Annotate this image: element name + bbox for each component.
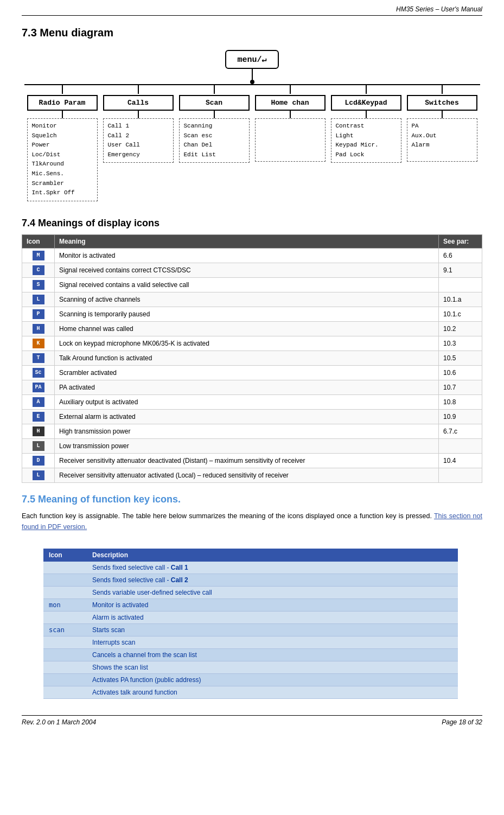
- table-header-row: Icon Meaning See par:: [22, 234, 482, 248]
- section-73-title: 7.3 Menu diagram: [22, 27, 482, 39]
- icon-keypad-lock: K: [22, 336, 55, 351]
- header-title: HM35 Series – User's Manual: [396, 5, 482, 13]
- icon-h: H: [33, 324, 44, 334]
- meaning-local: Receiver sensitivity attenuator activate…: [55, 468, 439, 482]
- table-row: E External alarm is activated 10.9: [22, 409, 482, 424]
- fkey-icon-cell: [43, 661, 87, 673]
- sub-line: [442, 111, 443, 118]
- menu-col-switches: Switches PAAux.OutAlarm: [404, 95, 480, 201]
- icon-scanning: L: [22, 292, 55, 307]
- icon-s: S: [33, 280, 44, 290]
- see-ctcss: 9.1: [439, 263, 482, 277]
- fkey-icon-cell: [43, 648, 87, 661]
- fkey-desc-scan-cancel: Cancels a channel from the scan list: [87, 648, 458, 661]
- fkey-row: Alarm is activated: [43, 611, 458, 623]
- icon-aux: A: [33, 397, 44, 407]
- table-row: L Scanning of active channels 10.1.a: [22, 292, 482, 307]
- table-row: PA PA activated 10.7: [22, 380, 482, 394]
- menu-col-label-switches: Switches: [407, 95, 477, 111]
- see-alarm: 10.9: [439, 409, 482, 424]
- see-monitor: 6.6: [439, 248, 482, 263]
- icon-talkaround: T: [22, 351, 55, 365]
- meaning-scanning: Scanning of active channels: [55, 292, 439, 307]
- table-row: D Receiver sensitivity attenuator deacti…: [22, 453, 482, 468]
- fkey-icon-cell: [43, 686, 87, 698]
- fkey-icon-cell: [43, 574, 87, 586]
- meaning-talkaround: Talk Around function is activated: [55, 351, 439, 365]
- see-talkaround: 10.5: [439, 351, 482, 365]
- meaning-alarm: External alarm is activated: [55, 409, 439, 424]
- meaning-keypad-lock: Lock on keypad microphone MK06/35-K is a…: [55, 336, 439, 351]
- table-row: Sc Scrambler activated 10.6: [22, 365, 482, 380]
- page-header: HM35 Series – User's Manual: [22, 5, 482, 16]
- icon-low-pwr: L: [33, 441, 44, 451]
- fkey-row: Shows the scan list: [43, 661, 458, 673]
- menu-col-calls: Calls Call 1Call 2User CallEmergency: [100, 95, 176, 201]
- menu-button[interactable]: menu/↵: [225, 50, 278, 69]
- meaning-pa: PA activated: [55, 380, 439, 394]
- fkey-table: Icon Description Sends fixed selective c…: [43, 549, 458, 699]
- fkey-desc-alarm: Alarm is activated: [87, 611, 458, 623]
- connector-dot: [250, 80, 254, 84]
- fkey-row: Cancels a channel from the scan list: [43, 648, 458, 661]
- see-high-power: 6.7.c: [439, 424, 482, 438]
- icon-sc: Sc: [33, 368, 44, 378]
- fkey-icon-cell: [43, 586, 87, 598]
- menu-columns: Radio Param MonitorSquelchPowerLoc/DistT…: [24, 95, 480, 201]
- icon-distant: D: [22, 453, 55, 468]
- menu-sub-calls: Call 1Call 2User CallEmergency: [103, 118, 174, 163]
- sub-line: [138, 111, 139, 118]
- col-header-meaning: Meaning: [55, 234, 439, 248]
- menu-col-homechan: Home chan: [252, 95, 328, 201]
- fkey-desc-usercall: Sends variable user-defined selective ca…: [87, 586, 458, 598]
- section-74-title: 7.4 Meanings of display icons: [22, 218, 482, 229]
- meaning-scan-pause: Scanning is temporarily paused: [55, 307, 439, 321]
- fkey-desc-call1: Sends fixed selective call - Call 1: [87, 562, 458, 574]
- icon-high-pwr: H: [33, 426, 44, 436]
- icon-k: K: [33, 339, 44, 348]
- meaning-monitor: Monitor is activated: [55, 248, 439, 263]
- meaning-selective: Signal received contains a valid selecti…: [55, 277, 439, 292]
- menu-sub-radio-param: MonitorSquelchPowerLoc/DistTlkAroundMic.…: [27, 118, 98, 201]
- table-row: L Low transmission power: [22, 438, 482, 453]
- see-home-chan: 10.2: [439, 321, 482, 336]
- icon-l: L: [33, 295, 44, 304]
- icon-p: P: [33, 309, 44, 319]
- table-row: L Receiver sensitivity attenuator activa…: [22, 468, 482, 482]
- icon-home-chan: H: [22, 321, 55, 336]
- icon-pa: PA: [22, 380, 55, 394]
- see-scan-pause: 10.1.c: [439, 307, 482, 321]
- footer-right: Page 18 of 32: [442, 718, 482, 726]
- icon-ctcss: C: [22, 263, 55, 277]
- fkey-desc-scan-show: Shows the scan list: [87, 661, 458, 673]
- meaning-ctcss: Signal received contains correct CTCSS/D…: [55, 263, 439, 277]
- see-scrambler: 10.6: [439, 365, 482, 380]
- fkey-icon-mon: mon: [43, 598, 87, 611]
- icon-alarm: E: [33, 412, 44, 422]
- fkey-icon-cell: [43, 611, 87, 623]
- menu-col-lcd: Lcd&Keypad ContrastLightKeypad Micr.Pad …: [328, 95, 404, 201]
- menu-col-label-radio-param: Radio Param: [27, 95, 98, 111]
- fkey-desc-monitor: Monitor is activated: [87, 598, 458, 611]
- section-75-paragraph: Each function key is assignable. The tab…: [22, 511, 482, 532]
- fkey-desc-pa: Activates PA function (public address): [87, 673, 458, 686]
- fkey-row: Sends variable user-defined selective ca…: [43, 586, 458, 598]
- sub-line: [290, 111, 291, 118]
- icon-scan-pause: P: [22, 307, 55, 321]
- icon-c: C: [33, 265, 44, 275]
- see-aux: 10.8: [439, 394, 482, 409]
- para-text-main: Each function key is assignable. The tab…: [22, 512, 434, 520]
- icon-low-power: L: [22, 438, 55, 453]
- meaning-high-power: High transmission power: [55, 424, 439, 438]
- see-scanning: 10.1.a: [439, 292, 482, 307]
- sub-line: [214, 111, 215, 118]
- fkey-row: Sends fixed selective call - Call 2: [43, 574, 458, 586]
- fkey-col-icon: Icon: [43, 549, 87, 562]
- fkey-row: Activates PA function (public address): [43, 673, 458, 686]
- page-footer: Rev. 2.0 on 1 March 2004 Page 18 of 32: [22, 715, 482, 726]
- meaning-low-power: Low transmission power: [55, 438, 439, 453]
- icon-aux: A: [22, 394, 55, 409]
- table-row: H High transmission power 6.7.c: [22, 424, 482, 438]
- table-row: M Monitor is activated 6.6: [22, 248, 482, 263]
- table-row: H Home channel was called 10.2: [22, 321, 482, 336]
